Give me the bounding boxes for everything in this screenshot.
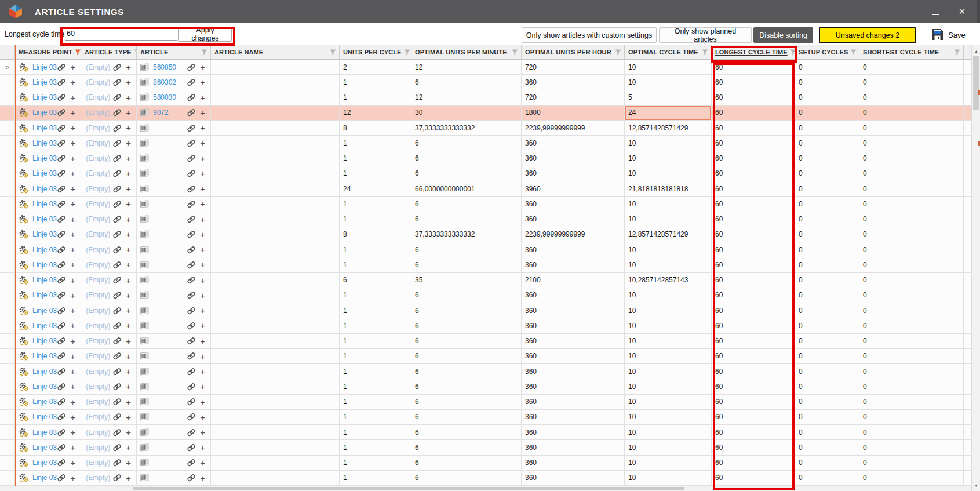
cell-longest-cycle-time[interactable]: 60 [712,181,795,196]
chain-link-icon[interactable] [112,459,122,467]
table-row[interactable]: Linje 03 +(Empty) + +16360106000 [0,151,971,166]
cell-article-name[interactable] [211,136,340,150]
cell-setup-cycles[interactable]: 0 [795,425,859,439]
row-indicator[interactable] [0,456,15,470]
plus-icon[interactable]: + [126,184,131,193]
chain-link-icon[interactable] [57,307,66,315]
cell-measure-point[interactable]: Linje 03 + [15,181,81,196]
cell-article[interactable]: + [137,395,211,409]
plus-icon[interactable]: + [70,169,75,178]
cell-longest-cycle-time[interactable]: 60 [712,440,795,454]
cell-longest-cycle-time[interactable]: 60 [712,90,795,105]
column-header-article-name[interactable]: ARTICLE NAME [211,45,340,59]
cell-article-type[interactable]: (Empty) + [81,440,137,454]
chain-link-icon[interactable] [187,78,196,86]
vertical-scrollbar[interactable]: ▲ ▼ [971,45,980,491]
cell-setup-cycles[interactable]: 0 [795,60,859,74]
plus-icon[interactable]: + [200,154,205,163]
cell-setup-cycles[interactable]: 0 [795,440,859,454]
plus-icon[interactable]: + [200,93,205,102]
chain-link-icon[interactable] [112,474,122,482]
plus-icon[interactable]: + [70,321,75,330]
cell-setup-cycles[interactable]: 0 [795,349,859,363]
filter-icon[interactable] [402,49,410,56]
row-indicator[interactable] [0,197,15,211]
cell-optimal-cycle-time[interactable]: 10 [625,471,712,485]
cell-longest-cycle-time[interactable]: 60 [712,106,795,120]
chain-link-icon[interactable] [187,63,196,71]
column-header-units-per-cycle[interactable]: UNITS PER CYCLE [340,45,411,59]
cell-optimal-units-per-hour[interactable]: 720 [522,90,625,105]
cell-units-per-cycle[interactable]: 1 [340,151,411,166]
maximize-button[interactable] [922,0,949,23]
cell-setup-cycles[interactable]: 0 [795,395,859,409]
cell-setup-cycles[interactable]: 0 [795,364,859,379]
plus-icon[interactable]: + [126,443,131,452]
plus-icon[interactable]: + [70,139,75,147]
plus-icon[interactable]: + [200,474,205,482]
cell-article-type[interactable]: (Empty) + [81,242,137,257]
cell-article-name[interactable] [211,410,340,424]
row-indicator[interactable] [0,227,15,242]
cell-optimal-cycle-time[interactable]: 10 [625,410,712,424]
measure-point-link[interactable]: Linje 03 [32,368,57,376]
chain-link-icon[interactable] [57,337,66,345]
cell-article-name[interactable] [211,334,340,348]
cell-setup-cycles[interactable]: 0 [795,273,859,288]
plus-icon[interactable]: + [126,245,131,254]
cell-setup-cycles[interactable]: 0 [795,197,859,211]
table-row[interactable]: Linje 03 +(Empty) + +16360106000 [0,257,971,272]
chain-link-icon[interactable] [57,200,66,208]
chain-link-icon[interactable] [112,185,122,193]
plus-icon[interactable]: + [200,184,205,193]
cell-optimal-units-per-minute[interactable]: 6 [411,288,522,303]
cell-longest-cycle-time[interactable]: 60 [712,364,795,379]
cell-optimal-units-per-minute[interactable]: 6 [411,242,522,257]
cell-optimal-units-per-minute[interactable]: 6 [411,257,522,272]
plus-icon[interactable]: + [200,108,205,117]
cell-shortest-cycle-time[interactable]: 0 [859,197,964,211]
plus-icon[interactable]: + [200,291,205,300]
cell-shortest-cycle-time[interactable]: 0 [859,181,964,196]
cell-setup-cycles[interactable]: 0 [795,318,859,333]
chain-link-icon[interactable] [57,215,66,223]
cell-article[interactable]: + [137,425,211,439]
cell-longest-cycle-time[interactable]: 60 [712,166,795,181]
measure-point-link[interactable]: Linje 03 [32,139,57,147]
plus-icon[interactable]: + [200,382,205,391]
cell-optimal-units-per-hour[interactable]: 360 [522,410,625,424]
chain-link-icon[interactable] [57,261,66,269]
cell-article-name[interactable] [211,349,340,363]
plus-icon[interactable]: + [200,337,205,345]
cell-optimal-cycle-time[interactable]: 24 [625,106,712,120]
chain-link-icon[interactable] [187,428,196,437]
row-indicator[interactable] [0,364,15,379]
cell-shortest-cycle-time[interactable]: 0 [859,136,964,150]
cell-measure-point[interactable]: Linje 03 + [15,106,81,120]
cell-longest-cycle-time[interactable]: 60 [712,212,795,227]
cell-optimal-units-per-hour[interactable]: 720 [522,60,625,74]
cell-measure-point[interactable]: Linje 03 + [15,212,81,227]
table-row[interactable]: Linje 03 +(Empty) + +16360106000 [0,349,971,364]
cell-article[interactable]: + [137,136,211,150]
cell-units-per-cycle[interactable]: 1 [340,379,411,394]
measure-point-link[interactable]: Linje 03 [32,261,57,269]
cell-optimal-cycle-time[interactable]: 10 [625,440,712,454]
cell-optimal-units-per-minute[interactable]: 6 [411,410,522,424]
cell-units-per-cycle[interactable]: 1 [340,303,411,318]
plus-icon[interactable]: + [200,63,205,71]
cell-setup-cycles[interactable]: 0 [795,410,859,424]
cell-optimal-units-per-hour[interactable]: 360 [522,471,625,485]
cell-measure-point[interactable]: Linje 03 + [15,349,81,363]
plus-icon[interactable]: + [200,459,205,467]
chain-link-icon[interactable] [112,428,122,437]
chain-link-icon[interactable] [187,337,196,345]
measure-point-link[interactable]: Linje 03 [32,185,57,193]
cell-article[interactable]: 560850 + [137,60,211,74]
cell-optimal-cycle-time[interactable]: 10 [625,395,712,409]
row-indicator[interactable] [0,334,15,348]
cell-shortest-cycle-time[interactable]: 0 [859,334,964,348]
table-row[interactable]: Linje 03 +(Empty) + +2466,00000000000013… [0,181,971,197]
cell-optimal-cycle-time[interactable]: 10 [625,60,712,74]
plus-icon[interactable]: + [126,352,131,361]
